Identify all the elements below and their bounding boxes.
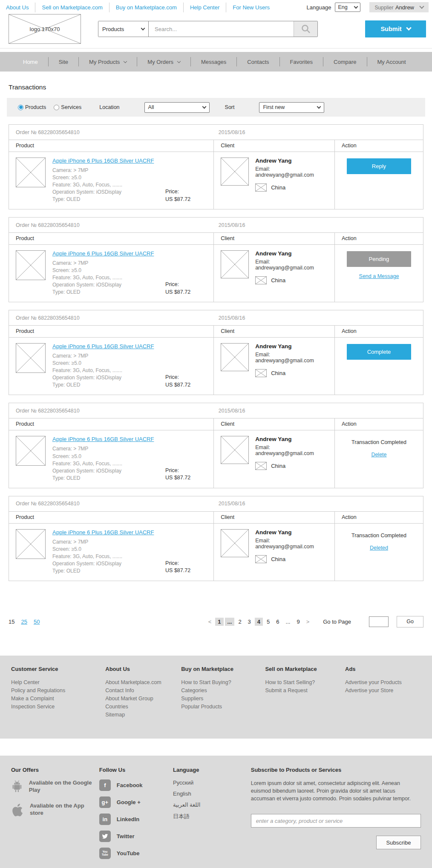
footer-link[interactable]: Inspection Service	[11, 703, 105, 711]
footer-link[interactable]: About Marketplace.com	[105, 679, 181, 687]
client-info: Andrew Yang Email: andrewyang@gmail.com …	[255, 436, 328, 481]
footer-link[interactable]: Submit a Request	[265, 687, 345, 695]
client-country-row: China	[255, 276, 328, 284]
goto-page-input[interactable]	[369, 616, 389, 627]
pager-page-1[interactable]: 1	[215, 618, 223, 626]
client-info: Andrew Yang Email: andrewyang@gmail.com …	[255, 343, 328, 389]
product-image-placeholder[interactable]	[16, 436, 46, 466]
language-link-russian[interactable]: Русский	[173, 779, 251, 786]
nav-item-home[interactable]: Home	[13, 52, 48, 72]
search-category-select[interactable]: Products	[98, 21, 149, 37]
footer-link[interactable]: Advertise your Products	[345, 679, 421, 687]
footer-link[interactable]: Help Center	[11, 679, 105, 687]
send-message-link[interactable]: Send a Message	[359, 273, 399, 279]
product-cell: Apple iPhone 6 Plus 16GB Silver UACRF Ca…	[9, 152, 213, 209]
android-icon	[11, 779, 23, 794]
top-link-sell[interactable]: Sell on Marketplace.com	[35, 3, 109, 12]
google-plus-link[interactable]: g+ Google +	[99, 796, 173, 808]
product-image-placeholder[interactable]	[16, 250, 46, 280]
product-info: Apple iPhone 6 Plus 16GB Silver UACRF Ca…	[52, 436, 165, 481]
footer-link[interactable]: Sitemap	[105, 711, 181, 719]
nav-item-my-account[interactable]: My Account	[367, 52, 416, 72]
delete-link[interactable]: Delete	[371, 452, 386, 458]
client-email: Email: andrewyang@gmail.com	[255, 259, 328, 271]
search-input[interactable]	[149, 21, 294, 37]
topbar: About Us Sell on Marketplace.com Buy on …	[0, 0, 432, 13]
pager-page-9[interactable]: 9	[294, 618, 302, 626]
google-play-link[interactable]: Avaliable on the Google Play	[11, 779, 99, 794]
client-cell: Andrew Yang Email: andrewyang@gmail.com …	[213, 245, 334, 302]
client-country: China	[271, 370, 285, 376]
linkedin-link[interactable]: in LinkedIn	[99, 814, 173, 825]
page-size-50[interactable]: 50	[34, 619, 40, 625]
search-button[interactable]	[294, 21, 317, 37]
nav-label: Compare	[334, 59, 356, 65]
youtube-link[interactable]: YouTube YouTube	[99, 848, 173, 859]
footer-link[interactable]: Countries	[105, 703, 181, 711]
pager-prev[interactable]: <	[206, 618, 214, 626]
nav-item-favorites[interactable]: Favorites	[280, 52, 323, 72]
twitter-link[interactable]: Twitter	[99, 831, 173, 842]
language-link-english[interactable]: English	[173, 791, 251, 797]
footer-link[interactable]: How to Start Selling?	[265, 679, 345, 687]
column-header-action: Action	[334, 233, 423, 244]
pager-page-4[interactable]: 4	[255, 618, 263, 626]
footer-link[interactable]: Make a Complaint	[11, 695, 105, 703]
footer-link[interactable]: About Market Group	[105, 695, 181, 703]
footer-link[interactable]: How to Start Buying?	[181, 679, 265, 687]
radio-services[interactable]: Services	[54, 104, 81, 110]
page-size-15[interactable]: 15	[9, 619, 14, 625]
site-logo[interactable]: logo 170x70	[9, 14, 81, 44]
product-title-link[interactable]: Apple iPhone 6 Plus 16GB Silver UACRF	[52, 343, 154, 349]
account-menu[interactable]: Supplier Andrew	[369, 2, 429, 12]
product-title-link[interactable]: Apple iPhone 6 Plus 16GB Silver UACRF	[52, 250, 154, 257]
nav-item-contacts[interactable]: Contacts	[237, 52, 279, 72]
top-link-buy[interactable]: Buy on Marketplace.com	[109, 3, 184, 12]
product-image-placeholder[interactable]	[16, 529, 46, 559]
footer-link[interactable]: Categories	[181, 687, 265, 695]
product-image-placeholder[interactable]	[16, 158, 46, 187]
top-links: About Us Sell on Marketplace.com Buy on …	[6, 2, 276, 12]
complete-button[interactable]: Complete	[347, 344, 411, 360]
sort-select[interactable]: First new	[259, 102, 324, 113]
pager-page-3[interactable]: 3	[245, 618, 253, 626]
subscribe-input[interactable]	[251, 814, 421, 828]
facebook-link[interactable]: f Facebook	[99, 779, 173, 791]
top-link-new-users[interactable]: For New Users	[226, 3, 276, 12]
footer-link[interactable]: Advertise your Store	[345, 687, 421, 695]
subscribe-button[interactable]: Subscribe	[376, 836, 421, 849]
app-store-link[interactable]: Avaliable on the App store	[11, 802, 99, 817]
nav-item-my-orders[interactable]: My Orders	[137, 52, 190, 72]
top-link-help-center[interactable]: Help Center	[184, 3, 226, 12]
nav-item-site[interactable]: Site	[49, 52, 78, 72]
pager-next[interactable]: >	[304, 618, 312, 626]
product-title-link[interactable]: Apple iPhone 6 Plus 16GB Silver UACRF	[52, 436, 154, 442]
radio-products[interactable]: Products	[18, 104, 46, 110]
footer-link[interactable]: Policy and Regulations	[11, 687, 105, 695]
pager-page-2[interactable]: 2	[236, 618, 244, 626]
footer-link[interactable]: Contact Info	[105, 687, 181, 695]
language-select[interactable]: Eng	[335, 3, 360, 12]
product-image-placeholder[interactable]	[16, 343, 46, 373]
pager-page-5[interactable]: 5	[264, 618, 272, 626]
product-title-link[interactable]: Apple iPhone 6 Plus 16GB Silver UACRF	[52, 158, 154, 164]
location-select[interactable]: All	[144, 102, 210, 113]
submit-button[interactable]: Submit	[365, 20, 426, 37]
footer-link[interactable]: Popular Products	[181, 703, 265, 711]
nav-item-compare[interactable]: Compare	[323, 52, 366, 72]
page-size-25[interactable]: 25	[21, 619, 27, 625]
nav-item-my-products[interactable]: My Products	[79, 52, 137, 72]
nav-item-messages[interactable]: Messages	[191, 52, 236, 72]
language-link-arabic[interactable]: اللغة العربية	[173, 802, 251, 808]
nav-label: Home	[23, 59, 38, 65]
top-link-about-us[interactable]: About Us	[6, 3, 35, 12]
pending-button[interactable]: Pending	[347, 251, 411, 267]
pager-page-6[interactable]: 6	[274, 618, 282, 626]
go-button[interactable]: Go	[397, 616, 423, 627]
footer-link[interactable]: Suppliers	[181, 695, 265, 703]
product-title-link[interactable]: Apple iPhone 6 Plus 16GB Silver UACRF	[52, 529, 154, 536]
subscribe-button-row: Subscribe	[251, 828, 421, 849]
deleted-link[interactable]: Deleted	[370, 545, 388, 551]
reply-button[interactable]: Reply	[347, 158, 411, 174]
language-link-japanese[interactable]: 日本語	[173, 813, 251, 820]
